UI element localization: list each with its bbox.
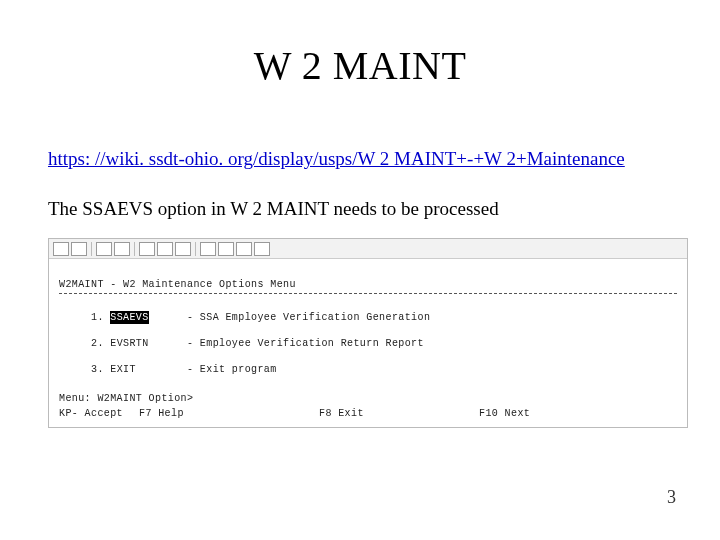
fkey-exit: F8 Exit xyxy=(319,408,479,419)
toolbar-button[interactable] xyxy=(236,242,252,256)
option-desc: - Exit program xyxy=(187,364,277,375)
option-code: EXIT xyxy=(110,364,136,375)
toolbar-separator xyxy=(134,242,135,256)
menu-option-row: 2. EVSRTN - Employee Verification Return… xyxy=(59,337,677,350)
toolbar-button[interactable] xyxy=(71,242,87,256)
slide-container: W 2 MAINT https: //wiki. ssdt-ohio. org/… xyxy=(0,0,720,540)
option-code: EVSRTN xyxy=(110,338,148,349)
toolbar-separator xyxy=(195,242,196,256)
toolbar-button[interactable] xyxy=(114,242,130,256)
toolbar-button[interactable] xyxy=(254,242,270,256)
terminal-body: W2MAINT - W2 Maintenance Options Menu 1.… xyxy=(49,259,687,402)
toolbar-button[interactable] xyxy=(139,242,155,256)
menu-option-row: 1. SSAEVS - SSA Employee Verification Ge… xyxy=(59,311,677,324)
toolbar-button[interactable] xyxy=(200,242,216,256)
option-num: 3. xyxy=(91,364,104,375)
terminal-header-line: W2MAINT - W2 Maintenance Options Menu xyxy=(59,279,296,290)
menu-option-row: 3. EXIT - Exit program xyxy=(59,363,677,376)
toolbar-button[interactable] xyxy=(218,242,234,256)
toolbar-separator xyxy=(91,242,92,256)
body-paragraph: The SSAEVS option in W 2 MAINT needs to … xyxy=(48,198,499,220)
toolbar-button[interactable] xyxy=(96,242,112,256)
option-num: 1. xyxy=(91,312,104,323)
menu-prompt: Menu: W2MAINT Option> xyxy=(59,393,677,404)
wiki-link[interactable]: https: //wiki. ssdt-ohio. org/display/us… xyxy=(48,148,625,170)
fkey-accept: KP- Accept xyxy=(59,408,139,419)
option-desc: - SSA Employee Verification Generation xyxy=(187,312,430,323)
terminal-toolbar xyxy=(49,239,687,259)
slide-title: W 2 MAINT xyxy=(0,42,720,89)
fkey-help: F7 Help xyxy=(139,408,319,419)
terminal-divider xyxy=(59,293,677,294)
option-code-highlight: SSAEVS xyxy=(110,311,148,324)
fkey-bar: KP- Accept F7 Help F8 Exit F10 Next xyxy=(59,408,677,419)
terminal-footer: Menu: W2MAINT Option> KP- Accept F7 Help… xyxy=(59,393,677,419)
page-number: 3 xyxy=(667,487,676,508)
toolbar-button[interactable] xyxy=(53,242,69,256)
option-num: 2. xyxy=(91,338,104,349)
toolbar-button[interactable] xyxy=(175,242,191,256)
toolbar-button[interactable] xyxy=(157,242,173,256)
option-desc: - Employee Verification Return Report xyxy=(187,338,424,349)
terminal-window: W2MAINT - W2 Maintenance Options Menu 1.… xyxy=(48,238,688,428)
fkey-next: F10 Next xyxy=(479,408,619,419)
